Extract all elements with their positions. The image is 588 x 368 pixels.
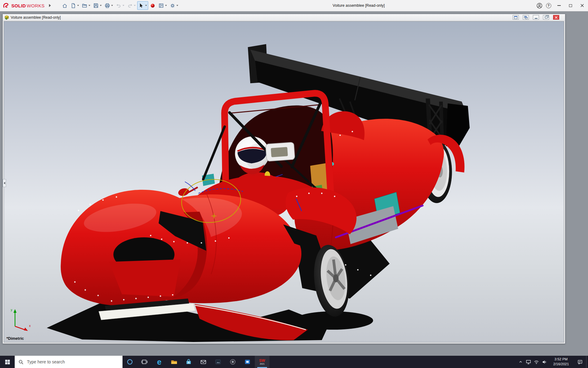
document-window-controls [513, 15, 559, 20]
store-button[interactable] [181, 356, 196, 368]
windows-logo-icon [5, 359, 10, 365]
mdi-client-area: Voiture assemblee [Read-only] [0, 12, 588, 356]
action-center-button[interactable] [574, 356, 586, 368]
close-button[interactable] [576, 0, 588, 11]
dropdown-caret-icon[interactable] [100, 5, 102, 6]
windows-taskbar: e [0, 356, 588, 368]
doc-minimize-button[interactable] [533, 15, 539, 20]
file-explorer-button[interactable] [167, 356, 181, 368]
print-button[interactable] [103, 1, 114, 10]
tray-volume-button[interactable] [540, 356, 548, 368]
photos-app-icon [244, 358, 251, 365]
account-button[interactable] [535, 1, 544, 10]
app-window-title: Voiture assemblee [Read-only] [333, 3, 385, 8]
solidworks-icon: SW 2021 [259, 359, 265, 365]
quick-toolbar [61, 1, 179, 10]
home-button[interactable] [61, 1, 69, 10]
feature-tree-collapse-tab[interactable] [3, 179, 6, 187]
doc-new-window-button[interactable] [513, 15, 519, 20]
maximize-button[interactable] [565, 0, 576, 11]
photos-app-button[interactable] [240, 356, 255, 368]
start-button[interactable] [0, 356, 15, 368]
task-view-button[interactable] [137, 356, 152, 368]
view-orientation-label: *Dimetric [6, 336, 24, 341]
settings-gear-icon [170, 3, 175, 9]
dropdown-caret-icon[interactable] [123, 5, 124, 6]
mail-icon [200, 358, 207, 365]
brand-works: WORKS [27, 3, 44, 8]
dropdown-caret-icon[interactable] [89, 5, 90, 6]
document-title: Voiture assemblee [Read-only] [11, 15, 61, 20]
show-desktop-button[interactable] [586, 356, 588, 368]
options-button[interactable] [168, 1, 179, 10]
taskbar-search[interactable] [15, 356, 123, 368]
red-sphere-icon [150, 3, 156, 9]
new-document-button[interactable] [69, 1, 80, 10]
dropdown-caret-icon[interactable] [134, 5, 136, 6]
save-button[interactable] [92, 1, 103, 10]
svg-text:x: x [29, 324, 31, 328]
mail-button[interactable] [196, 356, 211, 368]
dropdown-caret-icon[interactable] [111, 5, 113, 6]
tray-overflow-button[interactable] [517, 356, 524, 368]
save-icon [93, 3, 99, 9]
restore-icon [545, 16, 548, 18]
chevron-up-icon [518, 360, 523, 364]
tiled-windows-icon [524, 16, 528, 19]
appearance-button[interactable] [149, 1, 157, 10]
solidworks-taskbar-button[interactable]: SW 2021 [255, 356, 270, 368]
store-icon [185, 358, 192, 365]
select-tool-button[interactable] [137, 1, 148, 10]
solidworks-logo: SOLIDWORKS [3, 2, 45, 9]
cortana-button[interactable] [123, 356, 137, 368]
print-icon [104, 3, 110, 9]
screen: SOLIDWORKS [0, 0, 588, 368]
new-document-icon [70, 3, 76, 9]
tray-network-button[interactable] [532, 356, 540, 368]
task-pane-icon [158, 3, 164, 9]
window-icon [514, 16, 518, 19]
dropdown-caret-icon[interactable] [77, 5, 79, 6]
redo-button[interactable] [126, 1, 137, 10]
file-explorer-icon [171, 358, 178, 366]
close-icon [580, 4, 584, 7]
task-view-icon [141, 358, 148, 365]
app-title-bar[interactable]: SOLIDWORKS [0, 0, 588, 11]
car-3d-model [4, 21, 564, 342]
app-caption-controls: ? [535, 0, 588, 11]
open-button[interactable] [81, 1, 92, 10]
dark-app-button[interactable] [211, 356, 225, 368]
reference-triad-icon: y x [8, 307, 36, 333]
doc-tile-windows-button[interactable] [523, 15, 529, 20]
action-center-icon [577, 359, 583, 365]
edge-button[interactable]: e [152, 356, 167, 368]
dropdown-caret-icon[interactable] [165, 5, 167, 6]
speaker-icon [542, 359, 547, 365]
edge-icon: e [157, 358, 161, 366]
dropdown-caret-icon[interactable] [176, 5, 178, 6]
taskbar-clock[interactable]: 3:52 PM 2/16/2021 [548, 357, 574, 366]
undo-button[interactable] [115, 1, 126, 10]
search-input[interactable] [26, 359, 106, 365]
system-tray: 3:52 PM 2/16/2021 [517, 356, 588, 368]
document-title-bar[interactable]: Voiture assemblee [Read-only] [3, 14, 565, 21]
minimize-icon [557, 5, 561, 6]
redo-icon [127, 3, 133, 9]
wifi-icon [534, 359, 539, 365]
select-cursor-icon [138, 3, 144, 9]
tray-display-button[interactable] [524, 356, 532, 368]
dropdown-caret-icon[interactable] [145, 5, 147, 6]
camera-app-button[interactable] [225, 356, 240, 368]
search-icon [18, 359, 24, 365]
graphics-area[interactable]: y x *Dimetric [4, 21, 564, 343]
svg-text:y: y [11, 308, 12, 312]
doc-restore-button[interactable] [543, 15, 549, 20]
close-icon [555, 16, 558, 19]
task-pane-button[interactable] [157, 1, 168, 10]
home-icon [62, 3, 68, 9]
minimize-button[interactable] [553, 0, 565, 11]
brand-flyout-arrow-icon[interactable] [49, 4, 51, 7]
doc-close-button[interactable] [553, 15, 559, 20]
help-button[interactable]: ? [544, 1, 553, 10]
brand-solid: SOLID [11, 3, 26, 8]
